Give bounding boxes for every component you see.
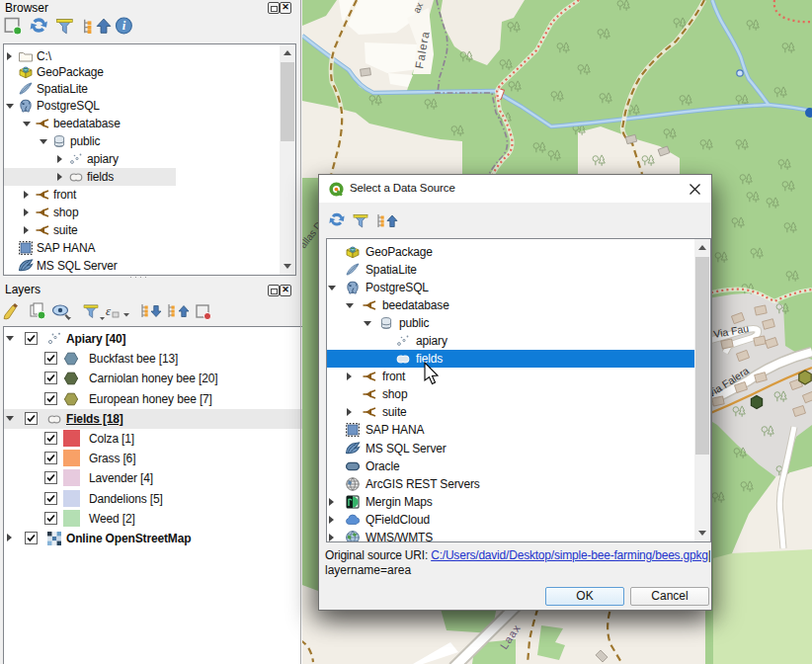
svg-text:ε: ε (106, 303, 112, 318)
svg-text:i: i (122, 19, 126, 33)
